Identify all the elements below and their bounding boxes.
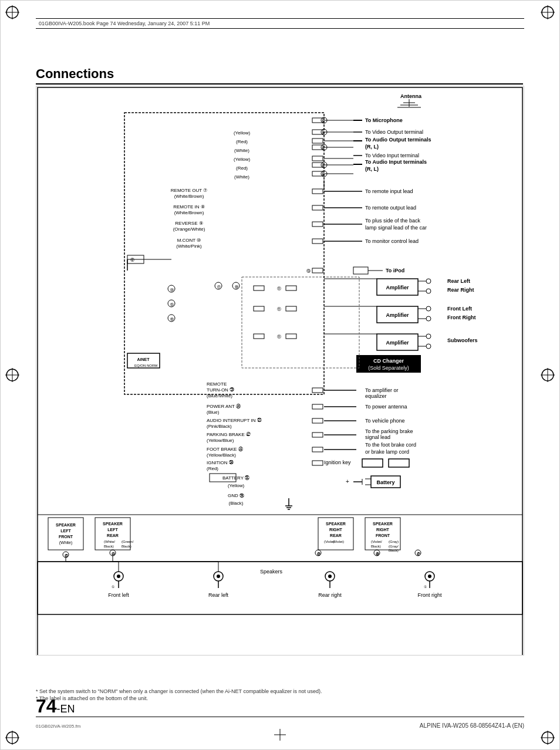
side-mark-right	[541, 368, 555, 382]
svg-rect-38	[312, 156, 323, 161]
to-ipod: To iPod	[386, 268, 404, 273]
to-amplifier-equalizer: To amplifier or	[365, 387, 399, 393]
header-bar: 01GB00IVA-W205.book Page 74 Wednesday, J…	[36, 18, 524, 29]
amplifier-2: Amplifier	[386, 312, 409, 318]
svg-rect-108	[312, 404, 323, 409]
page-number-container: 74-EN	[36, 695, 75, 717]
to-audio-input: To Audio Input terminals	[365, 159, 427, 165]
svg-text:SPEAKER: SPEAKER	[56, 523, 76, 527]
corner-mark-bl	[5, 731, 19, 745]
svg-text:⑪: ⑪	[277, 335, 281, 339]
svg-text:REMOTE: REMOTE	[207, 381, 227, 387]
svg-text:(Blue): (Blue)	[207, 410, 220, 415]
to-amplifier-equalizer2: equalizer	[365, 393, 387, 399]
to-microphone: To Microphone	[365, 117, 403, 123]
svg-text:⑮: ⑮	[170, 303, 174, 306]
svg-text:①: ①	[424, 585, 427, 589]
svg-rect-112	[312, 418, 323, 423]
svg-rect-220	[254, 286, 264, 290]
svg-text:(Gray/: (Gray/	[389, 545, 399, 548]
svg-rect-32	[312, 138, 323, 143]
to-video-output: To Video Output terminal	[365, 129, 423, 135]
amplifier-3: Amplifier	[386, 340, 409, 346]
subwoofers: Subwoofers	[447, 337, 478, 343]
svg-text:TURN-ON ㉙: TURN-ON ㉙	[207, 387, 234, 393]
corner-mark-tl	[5, 5, 19, 19]
svg-text:(White): (White)	[234, 174, 249, 180]
cd-changer-label: CD Changer	[373, 358, 404, 364]
svg-text:(Green/: (Green/	[122, 540, 134, 543]
svg-text:EQ/ON NORM: EQ/ON NORM	[134, 364, 157, 367]
front-left: Front Left	[447, 306, 472, 312]
svg-text:RIGHT: RIGHT	[329, 528, 343, 532]
svg-point-191	[428, 575, 431, 578]
svg-point-85	[426, 289, 431, 293]
svg-text:Black): Black)	[389, 549, 399, 552]
svg-point-83	[426, 279, 431, 283]
to-back-lamp2: lamp signal lead of the car	[365, 225, 427, 231]
to-monitor-control: To monitor control lead	[365, 238, 419, 244]
to-vehicle-phone: To vehicle phone	[365, 418, 405, 424]
svg-text:LEFT: LEFT	[107, 528, 118, 532]
svg-rect-226	[254, 334, 264, 339]
svg-text:⑭: ⑭	[170, 288, 174, 292]
svg-text:IGNITION ㉞: IGNITION ㉞	[207, 460, 234, 465]
battery-label: Battery	[376, 479, 394, 485]
svg-text:AUDIO INTERRUPT IN ㉛: AUDIO INTERRUPT IN ㉛	[207, 418, 262, 423]
footer-note-2: * The label is attached on the bottom of…	[36, 695, 524, 701]
svg-rect-65	[312, 205, 323, 210]
svg-text:(White): (White)	[59, 540, 73, 545]
to-video-input: To Video Input terminal	[365, 153, 419, 158]
footer-model: ALPINE IVA-W205 68-08564Z41-A (EN)	[420, 722, 524, 729]
svg-text:GND ㊱: GND ㊱	[228, 493, 244, 498]
svg-text:M.CONT ⑩: M.CONT ⑩	[177, 238, 201, 243]
footer-filename: 01GB02IVA-W205.fm	[36, 724, 80, 729]
svg-text:(White/Pink): (White/Pink)	[176, 244, 202, 249]
cd-changer-sublabel: (Sold Separately)	[368, 365, 409, 371]
svg-rect-120	[312, 447, 323, 452]
rear-right: Rear Right	[447, 287, 474, 293]
svg-rect-125	[362, 459, 383, 467]
side-mark-left	[5, 368, 19, 382]
svg-text:⑪: ⑪	[277, 286, 281, 290]
svg-text:REAR: REAR	[330, 533, 342, 538]
front-right-label: Front right	[417, 592, 442, 598]
svg-text:㊺: ㊺	[317, 552, 321, 556]
svg-text:(Yellow): (Yellow)	[228, 483, 244, 488]
svg-text:SPEAKER: SPEAKER	[373, 522, 393, 526]
corner-mark-br	[541, 731, 555, 745]
svg-rect-73	[312, 239, 323, 244]
wiring-diagram: Antenna ① (Yellow) ③ (Red)	[36, 86, 524, 656]
svg-text:(Orange/White): (Orange/White)	[173, 227, 205, 232]
svg-text:REMOTE IN ⑧: REMOTE IN ⑧	[173, 204, 205, 210]
page-container: 01GB00IVA-W205.book Page 74 Wednesday, J…	[0, 0, 560, 750]
svg-rect-69	[312, 222, 323, 227]
svg-text:FRONT: FRONT	[376, 533, 390, 538]
svg-text:⑬: ⑬	[306, 269, 311, 273]
svg-text:㊸: ㊸	[65, 554, 68, 558]
svg-text:POWER ANT ㉚: POWER ANT ㉚	[207, 404, 241, 409]
svg-text:Black): Black)	[104, 545, 114, 548]
svg-text:(Red): (Red)	[236, 139, 248, 144]
to-remote-output: To remote output lead	[365, 205, 416, 211]
svg-text:(White/Brown): (White/Brown)	[174, 210, 204, 215]
to-foot-brake: To the foot brake cord	[365, 442, 416, 448]
to-parking-brake2: signal lead	[365, 434, 390, 440]
svg-text:REVERSE ⑨: REVERSE ⑨	[175, 221, 203, 226]
svg-rect-223	[254, 306, 264, 311]
svg-point-187	[217, 575, 220, 578]
svg-text:㊹: ㊹	[112, 552, 115, 556]
corner-mark-tr	[541, 5, 555, 19]
svg-text:RIGHT: RIGHT	[376, 528, 390, 532]
svg-point-184	[117, 575, 120, 578]
svg-text:(Violet/: (Violet/	[371, 540, 382, 543]
svg-text:(Violet): (Violet)	[333, 540, 344, 543]
svg-text:FRONT: FRONT	[59, 535, 73, 539]
svg-rect-104	[312, 388, 323, 393]
svg-text:①: ①	[112, 585, 114, 589]
footer-note-1: * Set the system switch to "NORM" when o…	[36, 688, 524, 694]
svg-rect-224	[286, 334, 296, 339]
header-text: 01GB00IVA-W205.book Page 74 Wednesday, J…	[39, 21, 210, 26]
ignition-key: Ignition key	[324, 460, 351, 465]
svg-rect-78	[353, 267, 368, 274]
